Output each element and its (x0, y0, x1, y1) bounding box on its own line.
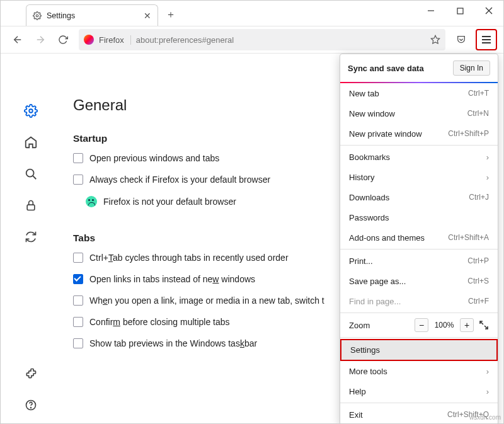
reload-button[interactable] (52, 29, 74, 50)
svg-point-14 (30, 408, 31, 408)
sidebar-sync-icon[interactable] (24, 230, 38, 244)
sidebar-home-icon[interactable] (24, 135, 38, 149)
fullscreen-icon[interactable] (479, 320, 489, 330)
svg-line-11 (32, 176, 35, 179)
menu-save[interactable]: Save page as...Ctrl+S (340, 271, 498, 291)
new-tab-button[interactable]: ＋ (162, 6, 180, 23)
menu-history[interactable]: History› (340, 167, 498, 187)
menu-new-window[interactable]: New windowCtrl+N (340, 103, 498, 123)
svg-rect-2 (457, 8, 463, 14)
bookmark-star-icon[interactable] (430, 35, 440, 45)
identity-label: Firefox (99, 35, 131, 45)
svg-point-9 (29, 109, 33, 113)
sidebar-extensions-icon[interactable] (24, 367, 38, 381)
svg-marker-5 (431, 35, 439, 43)
menu-find[interactable]: Find in page...Ctrl+F (340, 291, 498, 311)
menu-new-tab[interactable]: New tabCtrl+T (340, 83, 498, 103)
checkbox[interactable] (73, 317, 83, 327)
opt-label: Show tab previews in the Windows taskbar (89, 338, 257, 348)
maximize-button[interactable] (445, 1, 474, 21)
menu-more-tools[interactable]: More tools› (340, 361, 498, 381)
svg-point-10 (26, 169, 33, 177)
app-menu-button[interactable] (476, 29, 497, 50)
close-tab-icon[interactable]: ✕ (144, 11, 151, 21)
titlebar: Settings ✕ ＋ (1, 1, 503, 26)
menu-separator (340, 312, 498, 313)
sign-in-button[interactable]: Sign In (453, 60, 490, 76)
menu-zoom: Zoom − 100% + (340, 314, 498, 336)
chevron-right-icon: › (486, 173, 489, 182)
sidebar-general-icon[interactable] (24, 104, 38, 118)
settings-sidebar (1, 54, 60, 424)
menu-new-private[interactable]: New private windowCtrl+Shift+P (340, 123, 498, 144)
menu-downloads[interactable]: DownloadsCtrl+J (340, 187, 498, 207)
zoom-in-button[interactable]: + (460, 318, 474, 332)
chevron-right-icon: › (486, 152, 489, 162)
svg-point-0 (36, 14, 38, 17)
opt-label: Ctrl+Tab cycles through tabs in recently… (89, 253, 289, 263)
minimize-button[interactable] (416, 1, 445, 21)
opt-label: When you open a link, image or media in … (89, 295, 324, 306)
sidebar-help-icon[interactable] (24, 398, 38, 412)
menu-bookmarks[interactable]: Bookmarks› (340, 147, 498, 167)
chevron-right-icon: › (486, 387, 489, 396)
opt-label: Always check if Firefox is your default … (89, 175, 270, 185)
menu-addons[interactable]: Add-ons and themesCtrl+Shift+A (340, 227, 498, 248)
menu-separator (340, 249, 498, 249)
tab-title: Settings (47, 11, 139, 20)
close-window-button[interactable] (474, 1, 503, 21)
opt-label: Open previous windows and tabs (89, 153, 219, 163)
firefox-icon (84, 35, 94, 45)
gear-icon (33, 11, 42, 20)
not-default-text: Firefox is not your default browser (103, 197, 236, 207)
checkbox[interactable] (73, 295, 83, 306)
checkbox-checked[interactable] (73, 274, 83, 284)
toolbar: Firefox about:preferences#general (1, 26, 503, 54)
menu-print[interactable]: Print...Ctrl+P (340, 251, 498, 271)
back-button[interactable] (7, 29, 28, 50)
sad-face-icon (86, 196, 97, 207)
checkbox[interactable] (73, 253, 83, 263)
menu-passwords[interactable]: Passwords (340, 207, 498, 227)
menu-help[interactable]: Help› (340, 381, 498, 401)
checkbox[interactable] (73, 338, 83, 348)
checkbox[interactable] (73, 153, 83, 163)
menu-separator (340, 145, 498, 146)
zoom-out-button[interactable]: − (415, 318, 428, 332)
url-bar[interactable]: Firefox about:preferences#general (79, 29, 445, 50)
address-text: about:preferences#general (136, 35, 425, 45)
menu-separator (340, 337, 498, 338)
sidebar-privacy-icon[interactable] (24, 198, 38, 212)
sync-label: Sync and save data (348, 64, 453, 73)
sidebar-search-icon[interactable] (24, 167, 38, 181)
window-controls (416, 1, 503, 21)
chevron-right-icon: › (486, 367, 489, 376)
svg-rect-12 (27, 205, 35, 210)
menu-separator (340, 403, 498, 403)
menu-settings[interactable]: Settings (340, 339, 498, 361)
app-menu-panel: Sync and save data Sign In New tabCtrl+T… (340, 54, 498, 424)
pocket-button[interactable] (450, 29, 472, 50)
forward-button[interactable] (30, 29, 51, 50)
opt-label: Open links in tabs instead of new window… (89, 274, 255, 284)
watermark: wsxdn.com (469, 414, 501, 421)
opt-label: Confirm before closing multiple tabs (89, 317, 230, 327)
menu-sync-row[interactable]: Sync and save data Sign In (340, 54, 498, 83)
browser-tab[interactable]: Settings ✕ (26, 4, 158, 26)
zoom-value: 100% (433, 321, 455, 329)
checkbox[interactable] (73, 175, 83, 185)
